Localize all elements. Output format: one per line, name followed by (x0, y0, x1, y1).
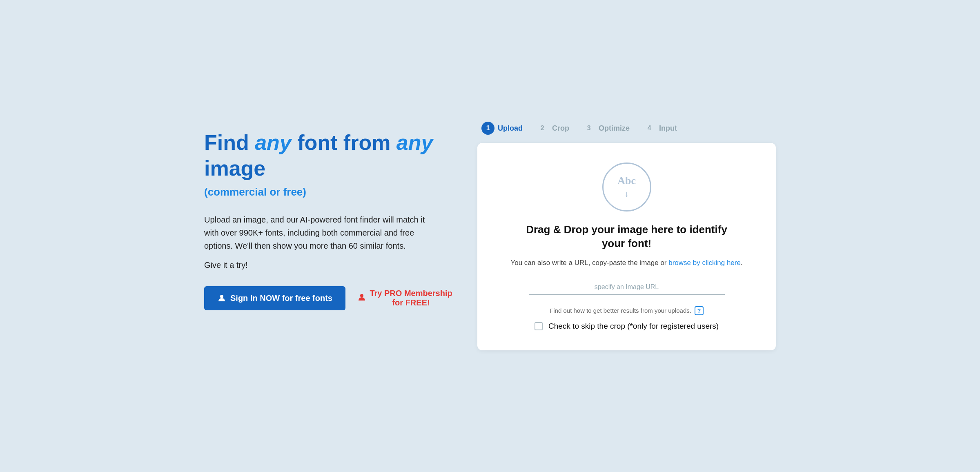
help-icon[interactable]: ? (695, 306, 704, 315)
step-2-number: 2 (536, 122, 549, 135)
abc-inner: Abc ↓ (617, 175, 636, 199)
drag-drop-title: Drag & Drop your image here to identify … (525, 223, 729, 251)
skip-crop-label: Check to skip the crop (*only for regist… (548, 322, 719, 331)
help-text: Find out how to get better results from … (550, 307, 691, 314)
svg-point-0 (220, 295, 223, 298)
title-line2: image (204, 156, 265, 180)
subtitle-part1: You can also write a URL, copy-paste the… (510, 259, 668, 267)
signin-button[interactable]: Sign In NOW for free fonts (204, 286, 345, 310)
title-em1: any (255, 131, 292, 154)
title-start: Find (204, 131, 255, 154)
svg-point-1 (360, 294, 363, 297)
download-arrow-icon: ↓ (624, 189, 629, 199)
step-upload[interactable]: 1 Upload (481, 122, 523, 135)
pro-label: Try PRO Membership for FREE! (369, 289, 453, 307)
step-optimize[interactable]: 3 Optimize (582, 122, 630, 135)
left-panel: Find any font from any image (commercial… (204, 122, 453, 310)
step-2-label: Crop (552, 124, 569, 133)
step-input[interactable]: 4 Input (643, 122, 677, 135)
step-crop[interactable]: 2 Crop (536, 122, 569, 135)
upload-icon-area: Abc ↓ (602, 163, 651, 212)
steps-nav: 1 Upload 2 Crop 3 Optimize 4 Inpu (477, 122, 776, 135)
pro-button[interactable]: Try PRO Membership for FREE! (358, 289, 453, 307)
browse-link[interactable]: browse by clicking here (668, 259, 741, 267)
skip-crop-checkbox[interactable] (535, 322, 543, 330)
step-1-number: 1 (481, 122, 494, 135)
right-panel: 1 Upload 2 Crop 3 Optimize 4 Inpu (477, 122, 776, 350)
url-input[interactable] (529, 280, 725, 295)
skip-crop-row: Check to skip the crop (*only for regist… (535, 322, 719, 331)
subtitle: (commercial or free) (204, 186, 453, 198)
title-mid: font from (292, 131, 396, 154)
signin-label: Sign In NOW for free fonts (230, 294, 332, 303)
title-em2: any (396, 131, 433, 154)
abc-text: Abc (617, 175, 636, 187)
description: Upload an image, and our AI-powered font… (204, 213, 441, 252)
give-try-text: Give it a try! (204, 260, 453, 270)
main-title: Find any font from any image (204, 130, 453, 181)
cta-row: Sign In NOW for free fonts Try PRO Membe… (204, 286, 453, 310)
help-row: Find out how to get better results from … (550, 306, 704, 315)
abc-circle: Abc ↓ (602, 163, 651, 212)
step-3-label: Optimize (599, 124, 630, 133)
step-4-label: Input (659, 124, 677, 133)
step-1-label: Upload (498, 124, 523, 133)
step-4-number: 4 (643, 122, 656, 135)
step-3-number: 3 (582, 122, 595, 135)
drag-drop-subtitle: You can also write a URL, copy-paste the… (510, 259, 742, 267)
subtitle-end: . (741, 259, 743, 267)
pro-user-icon (358, 293, 366, 303)
page-container: Find any font from any image (commercial… (204, 122, 776, 350)
upload-card[interactable]: Abc ↓ Drag & Drop your image here to ide… (477, 143, 776, 350)
user-icon (217, 294, 226, 303)
